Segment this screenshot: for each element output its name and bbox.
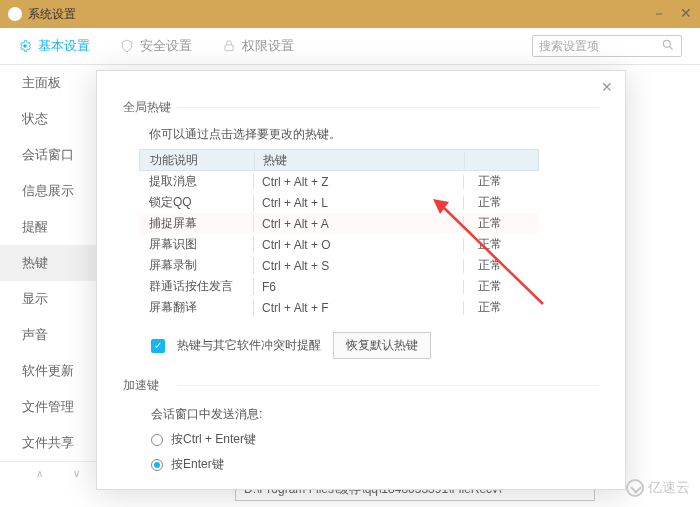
table-row[interactable]: 提取消息Ctrl + Alt + Z正常 [139, 171, 539, 192]
radio-icon [151, 434, 163, 446]
section-global-hotkeys: 全局热键 [123, 99, 599, 116]
titlebar: 系统设置 － ✕ [0, 0, 700, 28]
radio-icon [151, 459, 163, 471]
restore-defaults-button[interactable]: 恢复默认热键 [333, 332, 431, 359]
table-row[interactable]: 屏幕翻译Ctrl + Alt + F正常 [139, 297, 539, 318]
window-title: 系统设置 [28, 6, 76, 23]
close-button[interactable]: ✕ [680, 5, 692, 23]
table-header: 功能说明 热键 [139, 149, 539, 171]
window-controls: － ✕ [652, 5, 692, 23]
table-row[interactable]: 屏幕识图Ctrl + Alt + O正常 [139, 234, 539, 255]
table-row[interactable]: 捕捉屏幕Ctrl + Alt + A正常 [139, 213, 539, 234]
conflict-row: ✓ 热键与其它软件冲突时提醒 恢复默认热键 [151, 332, 599, 359]
conflict-checkbox[interactable]: ✓ [151, 339, 165, 353]
cloud-icon [626, 479, 644, 497]
hotkey-hint: 你可以通过点击选择要更改的热键。 [149, 126, 599, 143]
radio-enter[interactable]: 按Enter键 [151, 456, 599, 473]
table-row[interactable]: 群通话按住发言F6正常 [139, 276, 539, 297]
accel-hint: 会话窗口中发送消息: [151, 406, 599, 423]
watermark: 亿速云 [626, 479, 690, 497]
conflict-label: 热键与其它软件冲突时提醒 [177, 337, 321, 354]
hotkey-table: 功能说明 热键 提取消息Ctrl + Alt + Z正常 锁定QQCtrl + … [139, 149, 539, 318]
section-accelerator: 加速键 [123, 377, 599, 394]
hotkey-modal: ✕ 全局热键 你可以通过点击选择要更改的热键。 功能说明 热键 提取消息Ctrl… [96, 70, 626, 490]
minimize-button[interactable]: － [652, 5, 666, 23]
table-row[interactable]: 屏幕录制Ctrl + Alt + S正常 [139, 255, 539, 276]
close-icon[interactable]: ✕ [601, 79, 613, 95]
table-row[interactable]: 锁定QQCtrl + Alt + L正常 [139, 192, 539, 213]
app-icon [8, 7, 22, 21]
header-hotkey: 热键 [255, 152, 465, 169]
modal-backdrop: ✕ 全局热键 你可以通过点击选择要更改的热键。 功能说明 热键 提取消息Ctrl… [0, 28, 700, 507]
radio-ctrl-enter[interactable]: 按Ctrl + Enter键 [151, 431, 599, 448]
accelerator-section: 加速键 会话窗口中发送消息: 按Ctrl + Enter键 按Enter键 [123, 377, 599, 473]
header-function: 功能说明 [140, 152, 255, 169]
